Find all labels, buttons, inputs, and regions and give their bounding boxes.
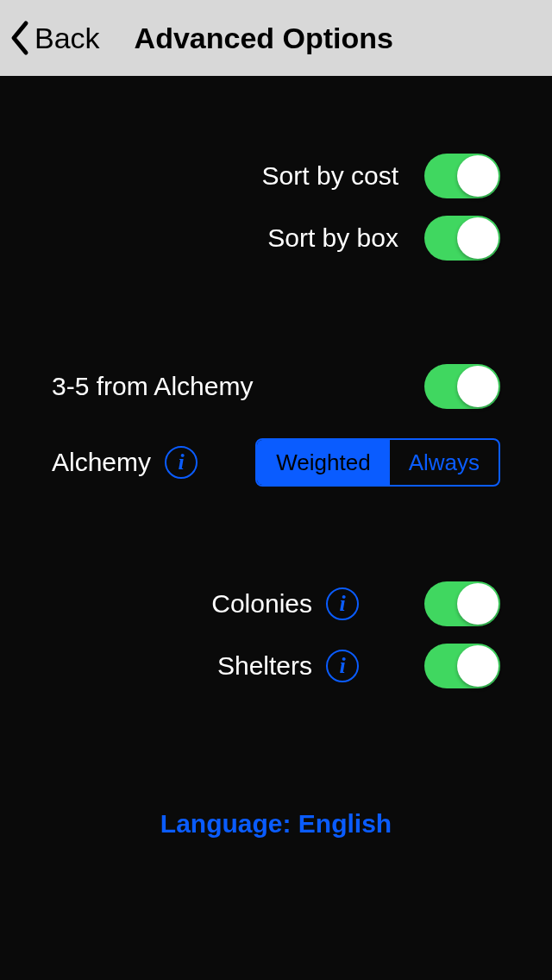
shelters-row: Shelters i (52, 635, 500, 697)
colonies-label: Colonies (211, 589, 312, 619)
page-title: Advanced Options (135, 22, 393, 55)
sort-by-box-row: Sort by box (52, 207, 500, 269)
shelters-info-icon[interactable]: i (326, 650, 359, 682)
back-label: Back (34, 22, 100, 55)
content: Sort by cost Sort by box 3-5 from Alchem… (0, 76, 552, 839)
sort-by-box-toggle[interactable] (424, 216, 500, 261)
alchemy-label: Alchemy (52, 448, 151, 477)
alchemy-range-label: 3-5 from Alchemy (52, 372, 253, 401)
alchemy-mode-row: Alchemy i Weighted Always (52, 438, 500, 487)
alchemy-range-row: 3-5 from Alchemy (52, 355, 500, 418)
sort-by-cost-row: Sort by cost (52, 145, 500, 207)
nav-header: Back Advanced Options (0, 0, 552, 76)
sort-by-cost-label: Sort by cost (262, 161, 398, 191)
alchemy-range-toggle[interactable] (424, 364, 500, 409)
shelters-label: Shelters (217, 651, 312, 681)
colonies-row: Colonies i (52, 573, 500, 635)
colonies-toggle[interactable] (424, 581, 500, 626)
sort-by-cost-toggle[interactable] (424, 154, 500, 198)
sort-by-box-label: Sort by box (267, 223, 398, 253)
alchemy-segmented-control: Weighted Always (255, 438, 500, 487)
alchemy-seg-weighted[interactable]: Weighted (257, 440, 389, 485)
chevron-left-icon (9, 20, 31, 56)
alchemy-info-icon[interactable]: i (165, 446, 198, 479)
colonies-info-icon[interactable]: i (326, 587, 359, 620)
alchemy-seg-always[interactable]: Always (390, 440, 499, 485)
back-button[interactable]: Back (9, 20, 100, 56)
shelters-toggle[interactable] (424, 644, 500, 688)
language-button[interactable]: Language: English (52, 809, 500, 839)
